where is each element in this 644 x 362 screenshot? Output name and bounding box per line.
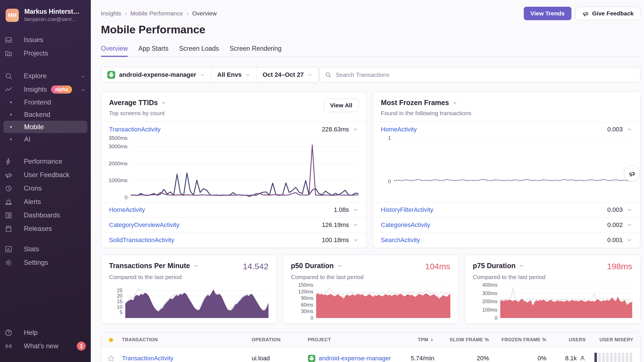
sidebar-item-label: What's new — [24, 342, 58, 350]
tab-screen-rendering[interactable]: Screen Rendering — [230, 45, 281, 57]
tpm-chart: 252015105 — [109, 285, 268, 318]
megaphone-icon — [582, 10, 589, 17]
transactions-per-minute-card: Transactions Per Minute 14.542 Compared … — [101, 255, 277, 324]
column-header-operation[interactable]: OPERATION — [251, 337, 307, 343]
p50-title-select[interactable]: p50 Duration — [291, 262, 342, 270]
sidebar-item-projects[interactable]: Projects — [0, 47, 91, 60]
date-range-filter[interactable]: Oct 24–Oct 27 — [256, 67, 319, 82]
star-column-header[interactable] — [101, 336, 121, 344]
siren-icon — [4, 198, 13, 206]
chevron-down-icon[interactable] — [627, 237, 632, 243]
sidebar-item-explore[interactable]: Explore — [0, 69, 91, 83]
operation-cell: ui.load — [251, 355, 307, 362]
sidebar-item-stats[interactable]: Stats — [0, 242, 91, 256]
view-trends-button[interactable]: View Trends — [524, 7, 571, 20]
sidebar-item-issues[interactable]: Issues — [0, 33, 91, 47]
insights-icon — [4, 85, 13, 94]
megaphone-icon — [628, 170, 636, 177]
breadcrumb-mobile-performance[interactable]: Mobile Performance — [130, 10, 183, 17]
chevron-right-icon: › — [125, 10, 127, 17]
sidebar-item-insights[interactable]: Insights alpha — [0, 83, 91, 96]
sidebar-item-alerts[interactable]: Alerts — [0, 195, 91, 208]
clock-icon — [4, 184, 13, 192]
project-filter[interactable]: android-expense-manager — [101, 67, 211, 82]
transaction-link[interactable]: HomeActivity — [381, 126, 417, 133]
sidebar-item-label: User Feedback — [24, 171, 70, 179]
transaction-link[interactable]: TransactionActivity — [122, 355, 173, 362]
tab-app-starts[interactable]: App Starts — [138, 45, 168, 57]
most-frozen-frames-title-select[interactable]: Most Frozen Frames — [381, 99, 471, 107]
environment-filter[interactable]: All Envs — [211, 67, 256, 82]
search-input[interactable] — [335, 71, 635, 78]
star-outline-icon — [107, 355, 115, 362]
help-icon — [4, 329, 13, 337]
bullet-icon — [10, 126, 12, 128]
star-filled-icon — [107, 336, 115, 344]
frozen-frames-chart: 10 — [373, 137, 640, 202]
bar-chart-icon — [4, 245, 13, 253]
chevron-down-icon[interactable] — [353, 237, 358, 243]
sidebar-item-help[interactable]: Help — [0, 326, 91, 339]
average-ttids-title-select[interactable]: Average TTIDs — [109, 99, 166, 107]
project-link[interactable]: android-expense-manager — [319, 355, 391, 362]
row-value: 126.19ms — [322, 221, 349, 229]
breadcrumb-insights[interactable]: Insights — [101, 10, 121, 17]
sidebar-item-crons[interactable]: Crons — [0, 182, 91, 195]
column-header-transaction[interactable]: TRANSACTION — [121, 337, 251, 343]
sidebar-item-releases[interactable]: Releases — [0, 222, 91, 235]
sidebar-item-frontend[interactable]: Frontend — [3, 96, 87, 108]
floating-feedback-button[interactable] — [624, 165, 640, 182]
sidebar: MH Markus Hinterst… benjamin.coe@sent… I… — [0, 0, 91, 362]
page-filter-bar: android-expense-manager All Envs Oct 24–… — [101, 67, 319, 83]
transaction-link[interactable]: HistoryFilterActivity — [381, 206, 433, 214]
environment-filter-value: All Envs — [217, 71, 242, 78]
column-header-users[interactable]: USERS — [548, 337, 587, 343]
sidebar-item-whats-new[interactable]: What's new 1 — [0, 339, 91, 353]
star-cell[interactable] — [101, 354, 121, 362]
chevron-down-icon[interactable] — [353, 222, 358, 228]
column-header-tpm[interactable]: TPM — [399, 337, 435, 343]
tpm-title-select[interactable]: Transactions Per Minute — [109, 262, 199, 270]
sidebar-item-dashboards[interactable]: Dashboards — [0, 208, 91, 222]
column-header-user-misery[interactable]: USER MISERY — [587, 337, 640, 343]
p50-value: 104ms — [425, 262, 450, 271]
slow-frame-cell: 20% — [435, 355, 490, 362]
row-value: 0.003 — [607, 206, 623, 214]
chevron-right-icon: › — [187, 10, 189, 17]
p75-chart: 400ms300ms200ms100ms0 — [473, 285, 632, 318]
sidebar-item-performance[interactable]: Performance — [0, 155, 91, 168]
transaction-link[interactable]: CategoriesActivity — [381, 221, 430, 229]
chevron-down-icon — [80, 73, 86, 79]
avatar: MH — [6, 9, 19, 22]
view-all-button[interactable]: View All — [324, 99, 358, 112]
give-feedback-button[interactable]: Give Feedback — [575, 7, 640, 20]
sidebar-item-label: Backend — [24, 111, 50, 119]
sidebar-item-settings[interactable]: Settings — [0, 256, 91, 269]
page-title: Mobile Performance — [101, 24, 640, 36]
chevron-up-icon[interactable] — [353, 127, 358, 132]
column-header-project[interactable]: PROJECT — [307, 337, 399, 343]
chevron-down-icon[interactable] — [353, 207, 358, 213]
chevron-down-icon[interactable] — [627, 222, 632, 228]
transaction-link[interactable]: CategoryOverviewActivity — [109, 221, 179, 229]
transaction-link[interactable]: HomeActivity — [109, 206, 145, 214]
sidebar-collapse-button[interactable]: Collapse — [0, 360, 91, 362]
column-header-frozen-frame[interactable]: FROZEN FRAME % — [490, 337, 548, 343]
frozen-row-searchactivity: SearchActivity 0.001 — [373, 233, 640, 248]
user-menu[interactable]: MH Markus Hinterst… benjamin.coe@sent… — [0, 0, 91, 22]
tab-screen-loads[interactable]: Screen Loads — [179, 45, 219, 57]
transaction-link[interactable]: SearchActivity — [381, 236, 420, 244]
transaction-link[interactable]: SolidTransactionActivity — [109, 236, 174, 244]
sidebar-item-backend[interactable]: Backend — [3, 108, 87, 121]
ttid-row-transactionactivity: TransactionActivity 228.63ms — [101, 122, 366, 137]
sidebar-item-label: Crons — [24, 184, 42, 192]
chevron-up-icon[interactable] — [627, 127, 632, 132]
sidebar-item-mobile[interactable]: Mobile — [3, 121, 87, 133]
p75-title-select[interactable]: p75 Duration — [473, 262, 524, 270]
column-header-slow-frame[interactable]: SLOW FRAME % — [435, 337, 490, 343]
chevron-down-icon[interactable] — [627, 207, 632, 213]
transaction-link[interactable]: TransactionActivity — [109, 126, 161, 133]
tab-overview[interactable]: Overview — [101, 45, 128, 57]
sidebar-item-ai[interactable]: AI — [3, 133, 87, 145]
sidebar-item-user-feedback[interactable]: User Feedback — [0, 168, 91, 182]
